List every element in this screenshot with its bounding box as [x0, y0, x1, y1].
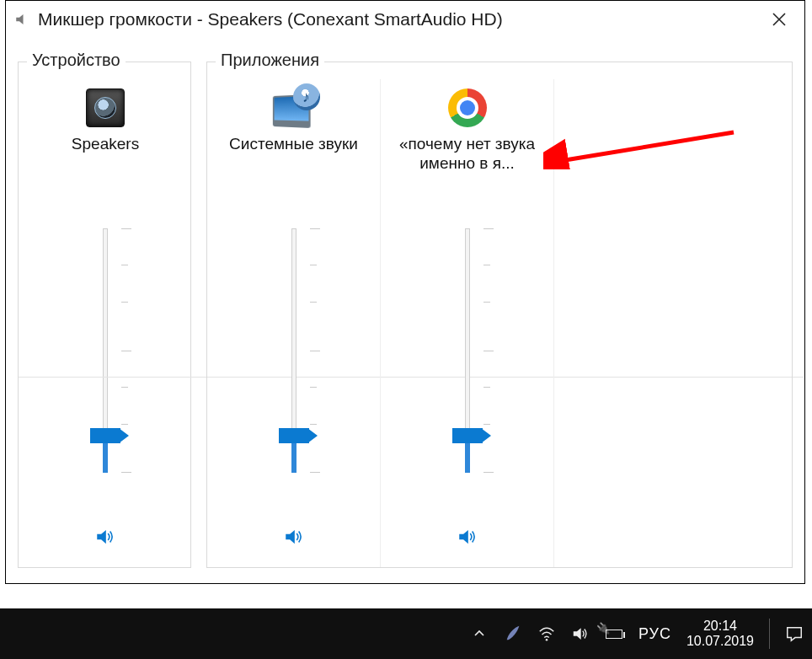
window-title: Микшер громкости - Speakers (Conexant Sm… — [38, 9, 759, 29]
volume-mixer-window: Микшер громкости - Speakers (Conexant Sm… — [5, 0, 805, 584]
speaker-device-icon — [86, 88, 125, 127]
app-column-chrome: «почему нет звука именно в я... — [381, 79, 554, 567]
applications-group: Приложения Системные звуки — [206, 62, 793, 568]
tray-overflow-button[interactable] — [470, 624, 489, 643]
battery-tray-icon[interactable]: 🔌 — [605, 624, 623, 643]
app-label: Системные звуки — [222, 135, 365, 180]
device-column: Speakers — [19, 79, 192, 567]
feather-icon — [504, 624, 522, 643]
feather-tray-icon[interactable] — [504, 624, 522, 643]
wifi-icon — [537, 624, 556, 643]
app-icon-button[interactable] — [448, 83, 487, 133]
taskbar-separator — [769, 619, 770, 649]
app-icon-button[interactable] — [270, 83, 318, 133]
app-label: «почему нет звука именно в я... — [381, 135, 553, 180]
clock-time: 20:14 — [686, 619, 754, 634]
battery-icon — [606, 630, 622, 639]
volume-tray-icon[interactable] — [571, 624, 590, 643]
svg-marker-0 — [16, 14, 23, 24]
chrome-icon — [448, 88, 487, 127]
svg-point-5 — [546, 639, 548, 641]
wifi-tray-icon[interactable] — [537, 624, 556, 643]
device-group: Устройство Speakers — [18, 62, 191, 568]
app-mute-button[interactable] — [283, 513, 305, 560]
svg-marker-1 — [97, 530, 106, 544]
app-mute-button[interactable] — [457, 513, 478, 560]
taskbar: 🔌 РУС 20:14 10.07.2019 — [0, 608, 812, 659]
close-icon — [772, 12, 787, 27]
sound-on-icon — [283, 526, 305, 548]
device-mute-button[interactable] — [94, 513, 116, 560]
device-label: Speakers — [65, 135, 146, 180]
taskbar-clock[interactable]: 20:14 10.07.2019 — [686, 619, 754, 650]
chevron-up-icon — [473, 627, 486, 640]
device-group-label: Устройство — [27, 51, 126, 70]
device-icon-button[interactable] — [86, 83, 125, 133]
notification-icon — [785, 624, 804, 643]
action-center-button[interactable] — [785, 624, 804, 643]
svg-marker-2 — [286, 530, 295, 544]
sound-icon — [571, 624, 590, 643]
language-indicator[interactable]: РУС — [638, 625, 671, 643]
app-column-system-sounds: Системные звуки — [207, 79, 381, 567]
system-sounds-icon — [270, 87, 318, 129]
svg-marker-6 — [574, 628, 581, 640]
sound-on-icon — [94, 526, 116, 548]
titlebar[interactable]: Микшер громкости - Speakers (Conexant Sm… — [6, 1, 804, 38]
app-volume-slider[interactable] — [453, 228, 482, 473]
app-volume-slider[interactable] — [280, 228, 308, 473]
sound-on-icon — [457, 526, 478, 548]
applications-group-label: Приложения — [216, 51, 324, 70]
close-button[interactable] — [759, 4, 799, 35]
device-volume-slider[interactable] — [91, 228, 120, 473]
speaker-icon — [14, 12, 29, 27]
mixer-content: Устройство Speakers — [18, 62, 793, 568]
apps-empty-space — [554, 79, 792, 567]
clock-date: 10.07.2019 — [686, 634, 754, 649]
svg-marker-3 — [459, 530, 468, 544]
